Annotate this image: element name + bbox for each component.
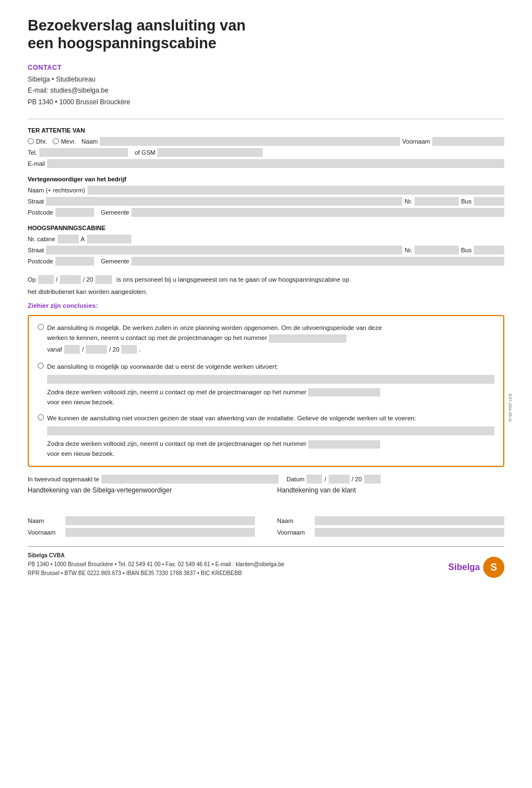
hoogspanning-title: HOOGSPANNINGSCABINE (28, 225, 504, 231)
tel-input[interactable] (39, 148, 128, 157)
vertegenwoordiger-title: Vertegenwoordiger van het bedrijf (28, 176, 504, 182)
naam1-input[interactable] (65, 516, 255, 525)
visit-day-input[interactable] (38, 275, 54, 284)
cabine-straat-input[interactable] (46, 246, 402, 255)
cabine-bus-input[interactable] (474, 246, 504, 255)
conclusion-item-2: De aansluiting is mogelijk op voorwaarde… (38, 362, 494, 408)
naam2-row: Naam (277, 516, 504, 525)
naam2-input[interactable] (315, 516, 504, 525)
hoogspanning-section: HOOGSPANNINGSCABINE Nr. cabine A Straat … (28, 225, 504, 266)
sig-sibelga-label: Handtekening van de Sibelga-vertegenwoor… (28, 486, 255, 494)
contact-section: CONTACT Sibelga • Studiebureau E-mail: s… (28, 64, 504, 108)
conclusion-item-3: We kunnen de aansluiting niet voorzien g… (38, 413, 494, 459)
contact-info: Sibelga • Studiebureau E-mail: studies@s… (28, 74, 504, 108)
naam1-row: Naam (28, 516, 255, 525)
conclusion1-day-input[interactable] (64, 345, 80, 354)
voornaam2-row: Voornaam (277, 528, 504, 537)
visit-month-input[interactable] (60, 275, 81, 284)
datum-year-input[interactable] (364, 475, 381, 484)
visit-text-line2: het distributienet kan worden aangeslote… (28, 287, 504, 297)
conclusion1-year-input[interactable] (121, 345, 137, 354)
conclusion1-phone-input[interactable] (269, 334, 346, 343)
contact-label: CONTACT (28, 64, 504, 72)
datum-month-input[interactable] (329, 475, 350, 484)
voornaam1-row: Voornaam (28, 528, 255, 537)
nr-cabine-input[interactable] (58, 235, 79, 243)
vertegenwoordiger-section: Vertegenwoordiger van het bedrijf Naam (… (28, 176, 504, 217)
conclusion1-month-input[interactable] (86, 345, 107, 354)
voornaam1-input[interactable] (65, 528, 255, 537)
visit-date-row: Op / / 20 is ons personeel bij u langsge… (28, 274, 504, 284)
cabine-postcode-input[interactable] (55, 257, 94, 266)
radio-conclusion-2[interactable] (38, 363, 44, 369)
footer: Sibelga CVBA PB 1340 • 1000 Brussel Brou… (28, 546, 504, 578)
footer-logo: Sibelga S (448, 557, 504, 578)
tweevoud-row: In tweevoud opgemaakt te Datum / / 20 (28, 475, 504, 484)
naam-input[interactable] (100, 137, 400, 146)
conclusions-title: Ziehier zijn conclusies: (28, 302, 98, 309)
conclusion3-phone-input[interactable] (308, 440, 380, 449)
ter-attentie-section: TER ATTENTIE VAN Dhr. Mevr. Naam Voornaa… (28, 127, 504, 168)
visit-year-input[interactable] (95, 275, 112, 284)
cabine-gemeente-input[interactable] (131, 257, 504, 266)
radio-conclusion-3[interactable] (38, 414, 44, 420)
conclusion2-works-input[interactable] (47, 375, 494, 384)
conclusion2-phone-input[interactable] (308, 388, 380, 396)
datum-day-input[interactable] (306, 475, 322, 484)
radio-conclusion-1[interactable] (38, 324, 44, 330)
radio-dhr[interactable] (28, 138, 34, 144)
bedrijf-naam-input[interactable] (88, 186, 504, 195)
tweevoud-place-input[interactable] (101, 475, 279, 484)
conclusion-item-1: De aansluiting is mogelijk. De werken zu… (38, 323, 494, 356)
svg-text:S: S (490, 562, 497, 573)
radio-mevr[interactable] (53, 138, 59, 144)
conclusion3-works-input[interactable] (47, 426, 494, 435)
bedrijf-nr-input[interactable] (415, 197, 459, 206)
sibelga-logo-icon: S (483, 557, 504, 578)
handtekening-labels: Handtekening van de Sibelga-vertegenwoor… (28, 486, 504, 494)
gsm-input[interactable] (157, 148, 263, 157)
bedrijf-straat-input[interactable] (46, 197, 402, 206)
naam-voornaam-block: Naam Voornaam Naam Voornaam (28, 516, 504, 540)
conclusions-box: De aansluiting is mogelijk. De werken zu… (28, 315, 504, 467)
doc-ref: E37-004-35-N (508, 394, 513, 421)
bedrijf-gemeente-input[interactable] (131, 208, 504, 217)
email-input[interactable] (47, 159, 504, 168)
ter-attentie-title: TER ATTENTIE VAN (28, 127, 504, 134)
page-title: Bezoekverslag aansluiting van een hoogsp… (28, 17, 504, 53)
cabine-a-input[interactable] (87, 235, 131, 243)
footer-text-block: Sibelga CVBA PB 1340 • 1000 Brussel Brou… (28, 551, 284, 578)
voornaam-input[interactable] (432, 137, 504, 146)
sig-klant-label: Handtekening van de klant (277, 486, 504, 494)
voornaam2-input[interactable] (315, 528, 504, 537)
bedrijf-postcode-input[interactable] (55, 208, 94, 217)
cabine-nr-input[interactable] (415, 246, 459, 255)
bedrijf-bus-input[interactable] (474, 197, 504, 206)
